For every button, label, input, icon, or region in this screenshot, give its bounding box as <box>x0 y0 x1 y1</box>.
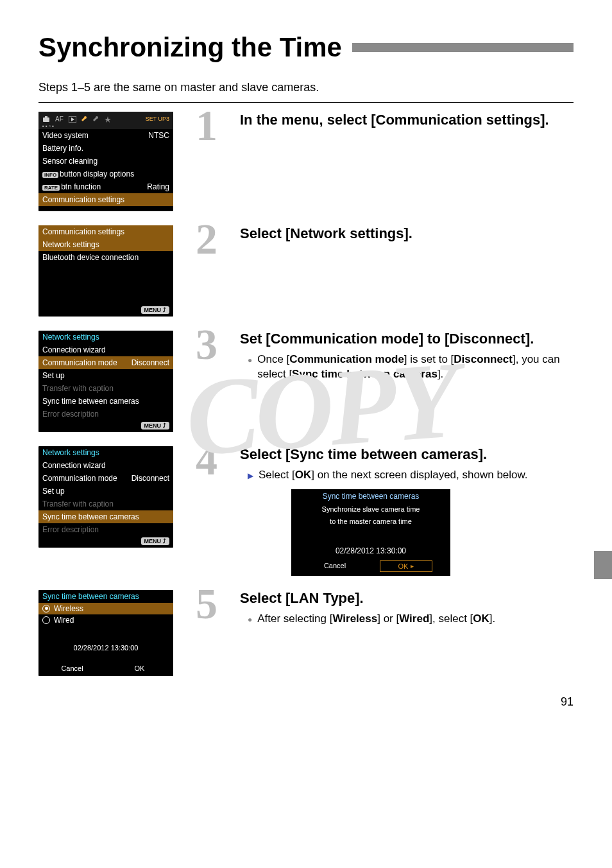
menu-setup: Set up <box>38 369 173 382</box>
step-number-1: 1 <box>192 108 221 143</box>
separator <box>38 102 574 103</box>
thumb-2: Communication settings Network settings … <box>38 225 173 317</box>
menu-return-pill: MENU ⤴ <box>141 537 170 545</box>
menu-rate-btn: RATEbtn function Rating <box>38 180 173 193</box>
thumb-2-header: Communication settings <box>38 225 173 238</box>
wrench2-icon <box>93 115 99 122</box>
setup-label: SET UP3 <box>146 116 169 122</box>
dialog-ok-button[interactable]: OK <box>380 560 432 572</box>
step-4-bullet: Select [OK] on the next screen displayed… <box>248 468 574 483</box>
step-5-bullet: After selecting [Wireless] or [Wired], s… <box>248 612 574 627</box>
thumb-4-header: Network settings <box>38 446 173 459</box>
menu-return-pill: MENU ⤴ <box>141 422 170 430</box>
page-number: 91 <box>38 695 574 709</box>
page-dots: ▪ ▪ ▫ ▪ <box>38 124 173 129</box>
dialog-cancel-button[interactable]: Cancel <box>309 560 361 572</box>
lan-ok-button[interactable]: OK <box>114 663 166 673</box>
opt-wireless[interactable]: Wireless <box>38 603 173 614</box>
sync-dialog: Sync time between cameras Synchronize sl… <box>291 489 450 576</box>
menu-transfer-caption: Transfer with caption <box>38 382 173 395</box>
svg-rect-1 <box>45 116 47 118</box>
title-rule <box>352 43 574 52</box>
menu-conn-wizard: Connection wizard <box>38 343 173 356</box>
step-5-bullet-text: After selecting [Wireless] or [Wired], s… <box>257 612 495 627</box>
step-4-title: Select [Sync time between cameras]. <box>240 446 574 463</box>
svg-marker-3 <box>71 117 74 121</box>
step-3-bullet-text: Once [Communication mode] is set to [Dis… <box>257 352 574 382</box>
thumb-4: Network settings Connection wizard Commu… <box>38 446 173 548</box>
menu-setup-4: Set up <box>38 485 173 498</box>
menu-conn-wizard-4: Connection wizard <box>38 459 173 472</box>
menu-error-4: Error description <box>38 523 173 536</box>
thumb-3-header: Network settings <box>38 331 173 343</box>
thumb-1-tabbar: AF SET UP3 <box>38 112 173 124</box>
menu-transfer-4: Transfer with caption <box>38 498 173 510</box>
thumb-1: AF SET UP3 ▪ ▪ ▫ ▪ Video system <box>38 112 173 211</box>
intro-note: Steps 1–5 are the same on master and sla… <box>38 81 574 94</box>
thumb-5: Sync time between cameras Wireless Wired… <box>38 590 173 676</box>
step-3: Network settings Connection wizard Commu… <box>38 331 574 432</box>
opt-wired[interactable]: Wired <box>38 614 173 626</box>
step-4: Network settings Connection wizard Commu… <box>38 446 574 576</box>
menu-comm-mode-4: Communication mode Disconnect <box>38 472 173 485</box>
wrench-icon <box>81 115 88 122</box>
menu-comm-mode: Communication mode Disconnect <box>38 356 173 369</box>
star-icon <box>105 115 111 122</box>
af-tab: AF <box>55 116 64 123</box>
step-1-title: In the menu, select [Communication setti… <box>240 112 574 128</box>
lan-cancel-button[interactable]: Cancel <box>47 663 98 673</box>
step-2: Communication settings Network settings … <box>38 225 574 317</box>
step-5: Sync time between cameras Wireless Wired… <box>38 590 574 676</box>
dialog-msg1: Synchronize slave camera time <box>291 503 450 515</box>
menu-sync-time-4: Sync time between cameras <box>38 510 173 523</box>
menu-comm-settings: Communication settings <box>38 193 173 206</box>
play-icon <box>69 115 76 122</box>
menu-video-system: Video system NTSC <box>38 129 173 142</box>
step-number-2: 2 <box>192 221 221 256</box>
page-title: Synchronizing the Time <box>38 32 574 63</box>
menu-sync-time: Sync time between cameras <box>38 395 173 408</box>
menu-battery: Battery info. <box>38 142 173 155</box>
thumb-4-footer: MENU ⤴ <box>38 536 173 548</box>
menu-info-disp: INFObutton display options <box>38 168 173 180</box>
menu-return-pill: MENU ⤴ <box>141 306 170 314</box>
step-number-3: 3 <box>192 327 221 361</box>
svg-marker-4 <box>105 116 111 123</box>
step-3-bullet: Once [Communication mode] is set to [Dis… <box>248 352 574 382</box>
thumb-5-title: Sync time between cameras <box>38 590 173 603</box>
svg-rect-0 <box>43 117 49 122</box>
menu-network-settings: Network settings <box>38 238 173 251</box>
thumb-3: Network settings Connection wizard Commu… <box>38 331 173 432</box>
dialog-msg2: to the master camera time <box>291 516 450 527</box>
dialog-time: 02/28/2012 13:30:00 <box>291 542 450 559</box>
menu-bluetooth: Bluetooth device connection <box>38 251 173 264</box>
thumb-3-footer: MENU ⤴ <box>38 421 173 432</box>
step-3-title: Set [Communication mode] to [Disconnect]… <box>240 331 574 347</box>
step-5-title: Select [LAN Type]. <box>240 590 574 607</box>
step-2-title: Select [Network settings]. <box>240 225 574 242</box>
step-number-5: 5 <box>192 586 221 621</box>
step-number-4: 4 <box>192 442 221 477</box>
camera-icon <box>42 115 50 122</box>
title-text: Synchronizing the Time <box>38 32 342 63</box>
step-4-bullet-text: Select [OK] on the next screen displayed… <box>259 468 528 483</box>
step-1: AF SET UP3 ▪ ▪ ▫ ▪ Video system <box>38 112 574 211</box>
thumb-2-footer: MENU ⤴ <box>38 305 173 317</box>
dialog-title: Sync time between cameras <box>291 489 450 503</box>
menu-sensor: Sensor cleaning <box>38 155 173 168</box>
radio-on-icon <box>42 605 50 612</box>
menu-error-desc: Error description <box>38 408 173 421</box>
lan-time: 02/28/2012 13:30:00 <box>38 643 173 653</box>
radio-off-icon <box>42 616 50 624</box>
